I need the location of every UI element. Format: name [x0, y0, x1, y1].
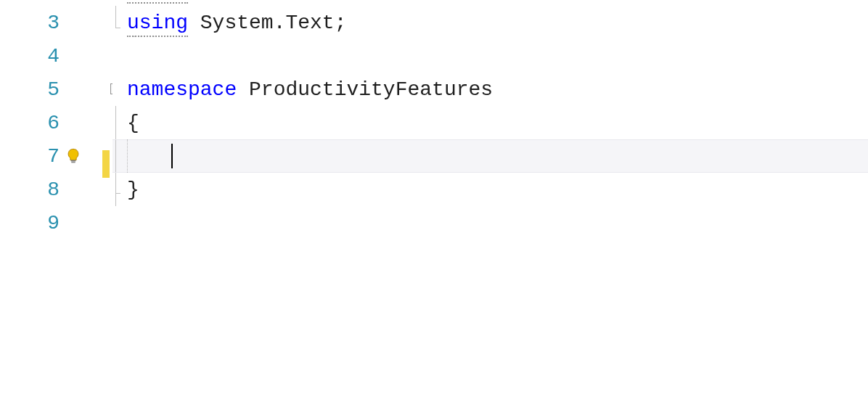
token-txt: System.Text; — [188, 12, 346, 34]
token-kw: namespace — [127, 78, 237, 101]
gutter-icons — [64, 147, 112, 165]
code-content: namespace ProductivityFeatures — [127, 73, 493, 106]
code-line[interactable]: namespace ProductivityFeatures — [112, 73, 868, 106]
token-txt: ProductivityFeatures — [237, 78, 493, 101]
code-line[interactable]: using System.Collections.Generic; — [112, 0, 868, 6]
code-content: { — [127, 106, 139, 139]
gutter-row: 6 — [0, 106, 112, 139]
gutter-row: 5 — [0, 73, 112, 106]
code-content: using System.Text; — [127, 6, 346, 39]
svg-rect-1 — [71, 162, 75, 163]
code-line[interactable] — [112, 206, 868, 239]
token-punct: { — [127, 112, 139, 134]
gutter-row — [0, 0, 112, 6]
token-punct: } — [127, 179, 139, 201]
line-number: 9 — [0, 212, 64, 234]
gutter-row: 9 — [0, 206, 112, 239]
gutter-row: 4 — [0, 39, 112, 73]
line-number: 7 — [0, 145, 64, 168]
code-line[interactable] — [112, 39, 868, 73]
code-line[interactable]: { — [112, 106, 868, 139]
line-number: 3 — [0, 12, 64, 34]
gutter-row: 3 — [0, 6, 112, 39]
code-area[interactable]: using System.Collections.Generic;using S… — [112, 0, 868, 418]
code-content: using System.Collections.Generic; — [127, 0, 530, 6]
code-line[interactable]: using System.Text;···· — [112, 6, 868, 39]
code-line[interactable] — [112, 139, 868, 173]
token-txt-gray: System.Collections.Generic; — [188, 0, 529, 1]
code-content — [127, 140, 173, 172]
code-editor[interactable]: 3456789 using System.Collections.Generic… — [0, 0, 868, 418]
svg-rect-0 — [71, 160, 76, 162]
code-line[interactable]: } — [112, 173, 868, 206]
text-cursor — [171, 144, 173, 168]
gutter-row: 8 — [0, 173, 112, 206]
line-number: 8 — [0, 179, 64, 201]
token-kw: using — [127, 0, 188, 4]
gutter: 3456789 — [0, 0, 112, 418]
line-number: 5 — [0, 78, 64, 101]
gutter-row: 7 — [0, 139, 112, 173]
line-number: 4 — [0, 45, 64, 67]
lightbulb-icon[interactable] — [65, 147, 81, 165]
line-number: 6 — [0, 112, 64, 134]
code-content: } — [127, 173, 139, 206]
